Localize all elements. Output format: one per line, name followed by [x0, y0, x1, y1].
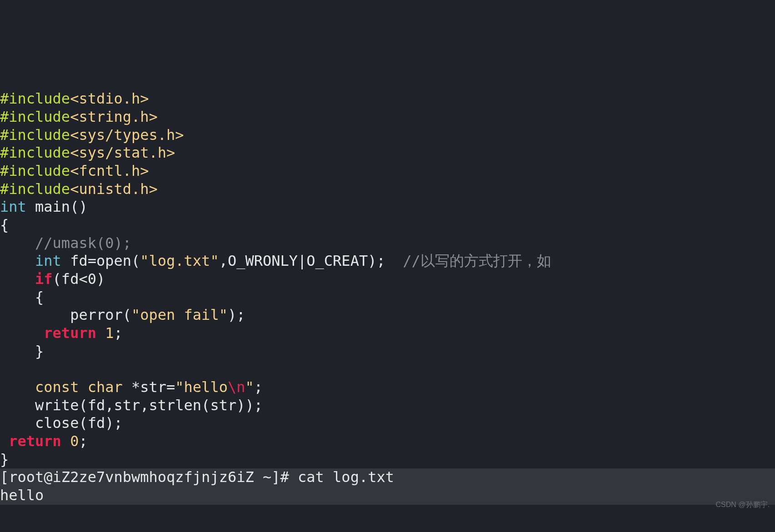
- terminal-prompt: [root@iZ2ze7vnbwmhoqzfjnjz6iZ ~]#: [0, 468, 298, 486]
- type-int: int: [0, 252, 61, 269]
- str-decl: *str=: [123, 378, 175, 396]
- terminal-output: [root@iZ2ze7vnbwmhoqzfjnjz6iZ ~]# cat lo…: [0, 468, 775, 504]
- include-directive: #include: [0, 108, 70, 125]
- semicolon: ;: [114, 324, 122, 342]
- char-keyword: char: [79, 378, 122, 396]
- write-call: write(fd,str,strlen(str));: [0, 397, 263, 414]
- include-header: <string.h>: [70, 108, 158, 125]
- include-directive: #include: [0, 126, 70, 144]
- include-header: <stdio.h>: [70, 90, 149, 107]
- include-header: <sys/types.h>: [70, 126, 184, 144]
- watermark: CSDN @孙鹏宇.: [716, 500, 770, 509]
- commented-umask: //umask(0);: [0, 234, 131, 252]
- include-header: <fcntl.h>: [70, 162, 149, 179]
- semicolon: ;: [254, 378, 263, 396]
- return-keyword: return: [9, 433, 61, 450]
- include-header: <unistd.h>: [70, 180, 158, 198]
- brace-open: {: [0, 288, 44, 306]
- terminal-line: hello: [0, 487, 44, 504]
- open-flags: ,O_WRONLY|O_CREAT);: [219, 252, 403, 269]
- number-literal: 1: [105, 324, 114, 342]
- semicolon: ;: [79, 433, 87, 450]
- stmt-end: );: [228, 306, 245, 323]
- brace-open: {: [0, 216, 9, 234]
- space: [61, 433, 70, 450]
- if-keyword: if: [0, 270, 53, 288]
- indent: [0, 433, 9, 450]
- line-comment: //以写的方式打开，如: [403, 252, 551, 269]
- include-header: <sys/stat.h>: [70, 144, 175, 161]
- type-int: int: [0, 198, 26, 215]
- if-condition: (fd<0): [53, 270, 105, 288]
- escape-sequence: \n: [228, 378, 245, 396]
- open-call: fd=open(: [61, 252, 140, 269]
- string-literal: "log.txt": [140, 252, 219, 269]
- space: [96, 324, 105, 342]
- close-call: close(fd);: [0, 414, 123, 432]
- number-literal: 0: [70, 433, 79, 450]
- main-signature: main(): [26, 198, 88, 215]
- string-literal: ": [245, 378, 254, 396]
- terminal-command: cat log.txt: [298, 468, 394, 486]
- return-keyword: return: [44, 324, 96, 342]
- include-directive: #include: [0, 144, 70, 161]
- string-literal: "open fail": [131, 306, 228, 323]
- indent: [0, 324, 44, 342]
- brace-close: }: [0, 343, 44, 360]
- const-keyword: const: [0, 378, 79, 396]
- include-directive: #include: [0, 90, 70, 107]
- code-editor: #include<stdio.h> #include<string.h> #in…: [0, 72, 775, 469]
- include-directive: #include: [0, 162, 70, 179]
- brace-close: }: [0, 451, 9, 468]
- string-literal: "hello: [175, 378, 228, 396]
- perror-call: perror(: [0, 306, 131, 323]
- include-directive: #include: [0, 180, 70, 198]
